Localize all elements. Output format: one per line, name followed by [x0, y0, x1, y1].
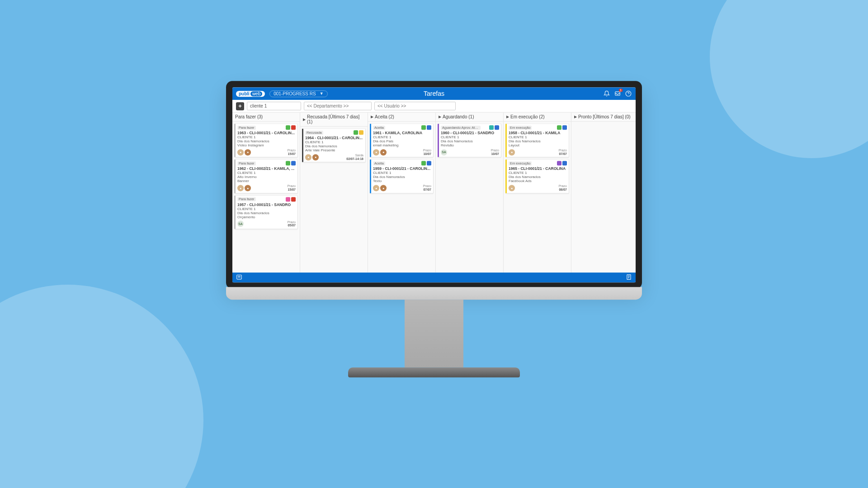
- column-header[interactable]: ▶ Em execução (2): [504, 113, 571, 122]
- indicator-dot: [291, 125, 296, 130]
- column-aguardando: ▶ Aguardando (1) Aguardando Aprov. Atend…: [436, 113, 504, 272]
- list-icon[interactable]: [236, 274, 242, 282]
- indicator-dot: [495, 125, 499, 130]
- card-avatars: ●●: [237, 149, 251, 155]
- cliente-filter[interactable]: [247, 102, 301, 110]
- app-logo[interactable]: publi web: [236, 91, 265, 97]
- indicator-dot: [421, 125, 426, 130]
- card-desc: Dia dos Namorados: [441, 139, 499, 143]
- card-avatars: ●●: [373, 149, 387, 155]
- column-body: [571, 122, 636, 272]
- inbox-icon[interactable]: 1: [614, 90, 621, 97]
- card-desc: Dia dos Pais: [373, 139, 431, 143]
- bg-blob: [0, 285, 203, 488]
- indicator-dot: [421, 161, 426, 166]
- indicator-dot: [286, 125, 290, 130]
- card-avatars: ●●: [237, 185, 251, 191]
- card-indicators: [421, 125, 431, 130]
- kanban-board: Para fazer (3) Para fazer1963 - CLI-0001…: [232, 113, 636, 272]
- usuario-filter[interactable]: [374, 102, 456, 110]
- card-desc: email marketing: [373, 143, 431, 147]
- column-para-fazer: Para fazer (3) Para fazer1963 - CLI-0001…: [232, 113, 300, 272]
- avatar: ●: [237, 149, 244, 155]
- add-task-button[interactable]: +: [236, 102, 244, 110]
- card-avatars: ●●: [305, 154, 319, 160]
- card-deadline: Prazo10/07: [491, 149, 499, 155]
- card-title: 1964 - CLI-0001/21 - CAROLIN...: [305, 136, 363, 140]
- column-body: Para fazer1963 - CLI-0001/21 - CAROLIN..…: [232, 122, 300, 272]
- card-indicators: [557, 125, 567, 130]
- column-header[interactable]: ▶ Aceita (2): [368, 113, 435, 122]
- task-card[interactable]: Para fazer1957 - CLI-0001/21 - SANDROCLI…: [234, 195, 298, 229]
- card-desc: Banner: [237, 179, 296, 183]
- logo-web: web: [250, 91, 262, 96]
- card-title: 1963 - CLI-0001/21 - CAROLIN...: [237, 131, 296, 135]
- column-header[interactable]: ▶ Pronto [Últimos 7 dias] (0): [571, 113, 636, 122]
- card-desc: Dia dos Namorados: [509, 139, 567, 143]
- card-deadline: Prazo15/07: [288, 185, 296, 192]
- indicator-dot: [286, 197, 290, 202]
- task-card[interactable]: Recusada1964 - CLI-0001/21 - CAROLIN...C…: [302, 128, 366, 162]
- avatar: ●: [380, 149, 387, 155]
- avatar: ●: [509, 149, 515, 155]
- filter-bar: +: [232, 100, 636, 113]
- card-indicators: [286, 197, 296, 202]
- column-title: Aguardando (1): [443, 114, 474, 119]
- column-body: Aceita1961 - KAMILA, CAROLINACLIENTE 1Di…: [368, 122, 435, 272]
- project-selector[interactable]: 001-PROGRESS RS ▼: [269, 90, 327, 97]
- column-pronto: ▶ Pronto [Últimos 7 dias] (0): [571, 113, 636, 272]
- task-card[interactable]: Em execução1958 - CLI-0001/21 - KAMILACL…: [505, 123, 569, 157]
- task-card[interactable]: Aceita1959 - CLI-0001/21 - CAROLIN...CLI…: [370, 160, 434, 193]
- avatar: ●: [312, 154, 319, 160]
- card-desc: Orçamento: [237, 215, 296, 219]
- card-title: 1960 - CLI-0001/21 - SANDRO: [441, 131, 499, 135]
- status-pill: Para fazer: [237, 197, 256, 201]
- collapse-icon: ▶: [439, 115, 441, 119]
- avatar: ●: [305, 154, 311, 160]
- bg-blob: [710, 0, 868, 158]
- task-card[interactable]: Em execução1965 - CLI-0001/21 - CAROLINA…: [505, 160, 569, 193]
- card-avatars: ●●: [373, 185, 387, 191]
- avatar: ●: [373, 185, 379, 191]
- notes-icon[interactable]: [626, 274, 632, 282]
- indicator-dot: [354, 130, 358, 135]
- card-client: CLIENTE 1: [373, 135, 431, 139]
- card-client: CLIENTE 1: [305, 140, 363, 144]
- help-icon[interactable]: [625, 90, 632, 97]
- card-desc: Vídeo Instagram: [237, 143, 296, 147]
- avatar: ●: [509, 185, 515, 191]
- column-body: Em execução1958 - CLI-0001/21 - KAMILACL…: [504, 122, 571, 272]
- card-indicators: [421, 161, 431, 166]
- column-header[interactable]: ▶ Recusada [Últimos 7 dias] (1): [300, 113, 368, 127]
- card-desc: Dia dos Namorados: [237, 211, 296, 215]
- status-pill: Aguardando Aprov. Atendi...: [441, 126, 481, 130]
- collapse-icon: ▶: [371, 115, 373, 119]
- card-client: CLIENTE 1: [373, 171, 431, 175]
- column-em-execucao: ▶ Em execução (2) Em execução1958 - CLI-…: [504, 113, 571, 272]
- card-avatars: SA: [237, 221, 244, 227]
- card-title: 1961 - KAMILA, CAROLINA: [373, 131, 431, 135]
- column-title: Em execução (2): [510, 114, 545, 119]
- card-client: CLIENTE 1: [237, 207, 296, 211]
- task-card[interactable]: Para fazer1962 - CLI-0002/21 - KAMILA, .…: [234, 160, 298, 193]
- task-card[interactable]: Aguardando Aprov. Atendi...1960 - CLI-00…: [438, 123, 501, 157]
- bell-icon[interactable]: [603, 90, 610, 97]
- collapse-icon: ▶: [506, 115, 509, 119]
- status-pill: Para fazer: [237, 161, 256, 165]
- card-title: 1959 - CLI-0001/21 - CAROLIN...: [373, 167, 431, 171]
- column-header[interactable]: Para fazer (3): [232, 113, 300, 122]
- task-card[interactable]: Para fazer1963 - CLI-0001/21 - CAROLIN..…: [234, 123, 298, 157]
- column-aceita: ▶ Aceita (2) Aceita1961 - KAMILA, CAROLI…: [368, 113, 436, 272]
- card-title: 1965 - CLI-0001/21 - CAROLINA: [509, 167, 567, 171]
- card-title: 1957 - CLI-0001/21 - SANDRO: [237, 202, 296, 207]
- card-indicators: [489, 125, 499, 130]
- departamento-filter[interactable]: [304, 102, 372, 110]
- card-desc: Layout: [509, 143, 567, 147]
- task-card[interactable]: Aceita1961 - KAMILA, CAROLINACLIENTE 1Di…: [370, 123, 434, 157]
- indicator-dot: [291, 197, 296, 202]
- indicator-dot: [286, 161, 290, 166]
- column-header[interactable]: ▶ Aguardando (1): [436, 113, 503, 122]
- card-deadline: Prazo07/07: [423, 185, 431, 192]
- card-desc: Dia dos Namorados: [237, 139, 296, 143]
- indicator-dot: [557, 125, 561, 130]
